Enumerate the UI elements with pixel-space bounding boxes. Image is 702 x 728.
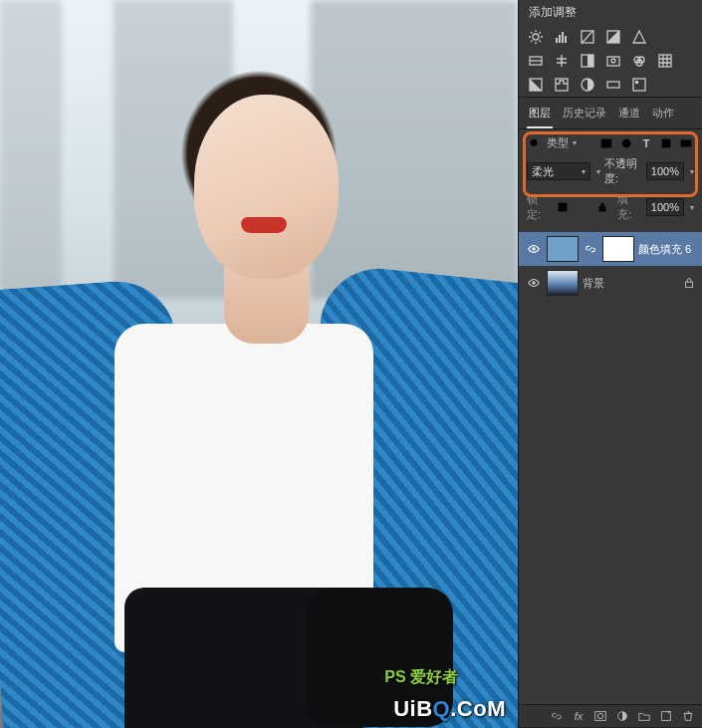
vibrance-icon[interactable]: [630, 29, 648, 45]
watermark-uibq: UiBQ.CoM: [393, 696, 506, 722]
svg-rect-4: [565, 36, 567, 43]
link-layers-icon[interactable]: [549, 709, 565, 723]
new-layer-icon[interactable]: [658, 709, 674, 723]
link-icon[interactable]: [583, 242, 598, 256]
lock-all-icon[interactable]: [594, 200, 610, 214]
svg-rect-28: [683, 141, 688, 145]
photo-content: [0, 0, 518, 728]
svg-rect-29: [559, 203, 568, 212]
svg-rect-20: [607, 82, 619, 88]
svg-rect-3: [562, 32, 564, 43]
fill-value[interactable]: 100%: [646, 198, 684, 216]
layer-row[interactable]: 背景: [519, 266, 702, 300]
panel-tabs: 图层 历史记录 通道 动作: [519, 98, 702, 129]
svg-rect-26: [662, 138, 671, 147]
layer-name[interactable]: 颜色填充 6: [638, 242, 691, 257]
svg-rect-16: [659, 55, 671, 67]
search-icon[interactable]: [527, 136, 543, 150]
layer-row[interactable]: 颜色填充 6: [519, 232, 702, 266]
group-icon[interactable]: [636, 709, 652, 723]
layers-list: 颜色填充 6 背景: [519, 228, 702, 300]
opacity-label: 不透明度:: [604, 156, 642, 186]
svg-rect-30: [598, 206, 605, 211]
svg-rect-33: [686, 282, 693, 287]
brightness-icon[interactable]: [527, 29, 545, 45]
selective-color-icon[interactable]: [630, 77, 648, 93]
layer-thumb[interactable]: [547, 270, 579, 296]
svg-rect-1: [556, 38, 558, 43]
tab-layers[interactable]: 图层: [527, 102, 553, 128]
svg-rect-11: [607, 57, 619, 66]
adjustments-panel: 添加调整: [519, 0, 702, 98]
svg-rect-24: [601, 138, 612, 147]
layer-name[interactable]: 背景: [583, 276, 604, 291]
levels-icon[interactable]: [553, 29, 571, 45]
photo-filter-icon[interactable]: [604, 53, 622, 69]
filter-smart-icon[interactable]: [678, 136, 694, 150]
svg-point-9: [561, 60, 563, 62]
gradient-map-icon[interactable]: [604, 77, 622, 93]
tab-channels[interactable]: 通道: [616, 102, 642, 128]
lock-label: 锁定:: [527, 192, 551, 222]
tab-history[interactable]: 历史记录: [561, 102, 608, 128]
watermark-ps: PS 爱好者: [384, 667, 458, 688]
channel-mixer-icon[interactable]: [630, 53, 648, 69]
svg-marker-7: [633, 31, 645, 43]
svg-rect-2: [559, 35, 561, 43]
svg-point-23: [531, 138, 538, 145]
trash-icon[interactable]: [680, 709, 696, 723]
blend-mode-select[interactable]: 柔光▾: [527, 162, 590, 180]
lock-icon: [682, 276, 696, 290]
adjustment-layer-icon[interactable]: [614, 709, 630, 723]
document-canvas[interactable]: PS 爱好者 UiBQ.CoM: [0, 0, 518, 728]
color-balance-icon[interactable]: [553, 53, 571, 69]
curves-icon[interactable]: [579, 29, 596, 45]
invert-icon[interactable]: [527, 77, 545, 93]
adjustments-title: 添加调整: [519, 0, 702, 25]
lock-pixels-icon[interactable]: [555, 200, 571, 214]
layer-thumb[interactable]: [547, 236, 579, 262]
tab-actions[interactable]: 动作: [650, 102, 676, 128]
filter-shape-icon[interactable]: [658, 136, 674, 150]
filter-kind-dropdown[interactable]: 类型▾: [547, 135, 577, 150]
threshold-icon[interactable]: [579, 77, 596, 93]
filter-adjust-icon[interactable]: [618, 136, 634, 150]
svg-point-32: [532, 281, 536, 285]
svg-rect-21: [633, 79, 645, 91]
opacity-value[interactable]: 100%: [646, 162, 684, 180]
posterize-icon[interactable]: [553, 77, 571, 93]
svg-rect-22: [635, 81, 638, 84]
layers-footer: fx: [519, 704, 702, 727]
svg-point-12: [611, 59, 615, 63]
layer-filter-row: 类型▾ T: [519, 129, 702, 154]
visibility-toggle[interactable]: [525, 274, 543, 292]
mask-thumb[interactable]: [602, 236, 634, 262]
hue-icon[interactable]: [527, 53, 545, 69]
filter-pixel-icon[interactable]: [598, 136, 614, 150]
visibility-toggle[interactable]: [525, 240, 543, 258]
svg-point-31: [532, 247, 536, 251]
bw-icon[interactable]: [579, 53, 596, 69]
svg-point-0: [533, 34, 539, 40]
layers-panel: 图层 历史记录 通道 动作 类型▾ T: [519, 98, 702, 728]
svg-point-35: [597, 713, 602, 718]
exposure-icon[interactable]: [604, 29, 622, 45]
fx-icon[interactable]: fx: [571, 709, 586, 723]
mask-icon[interactable]: [592, 709, 608, 723]
lock-position-icon[interactable]: [575, 200, 590, 214]
filter-type-icon[interactable]: T: [638, 136, 654, 150]
color-lookup-icon[interactable]: [656, 53, 674, 69]
fill-label: 填充:: [617, 192, 641, 222]
